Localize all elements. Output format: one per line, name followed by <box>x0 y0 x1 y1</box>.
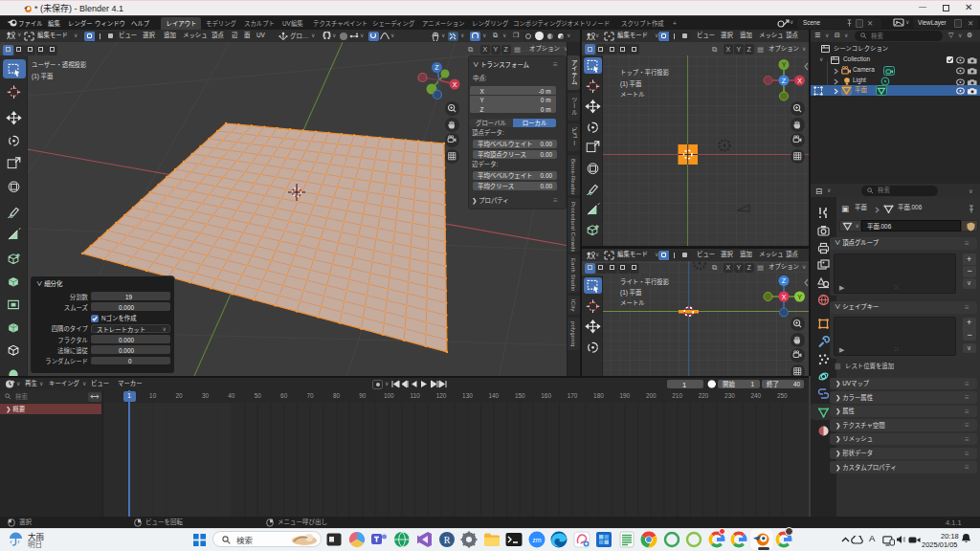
svg-text:X: X <box>797 77 802 84</box>
svg-text:R: R <box>443 535 450 545</box>
svg-text:Z: Z <box>782 77 787 84</box>
svg-text:Y: Y <box>797 294 802 300</box>
svg-text:zm: zm <box>532 537 542 543</box>
svg-text:X: X <box>453 81 457 88</box>
svg-text:Z: Z <box>434 64 439 71</box>
svg-text:Y: Y <box>782 61 787 68</box>
svg-text:Z: Z <box>782 277 787 284</box>
svg-text:X: X <box>782 294 787 300</box>
